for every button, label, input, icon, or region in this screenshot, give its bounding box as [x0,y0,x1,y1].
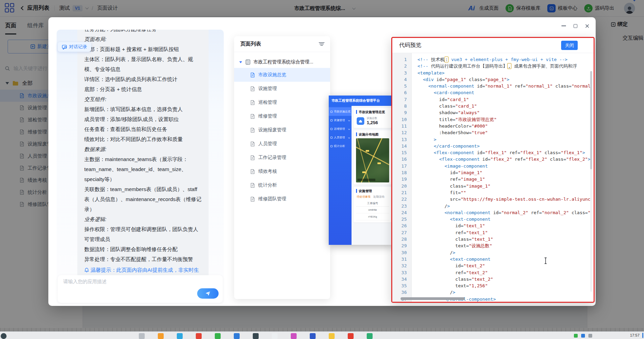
chat-input-card [58,275,223,303]
chat-message-line: 数据来源: [84,144,202,154]
code-line: shadow="always" [417,109,594,116]
page-preview-thumbnail[interactable]: 市政工程管理系统综合管理平台 市政设施总览设施管理运维管理人员管理统计分析 市政… [329,96,394,245]
code-line: headerColor="#000" [417,123,594,129]
code-preview-panel: 代码预览 关闭 12345678910111213141516171819202… [391,37,595,303]
code-line: text="设施总数" [417,242,594,249]
page-tree-item[interactable]: 巡检管理 [234,96,330,109]
preview-sidebar-nav: 市政设施总览设施管理运维管理人员管理统计分析 [329,106,352,245]
taskbar-app-icon[interactable] [215,333,221,339]
code-line: title="市政设施管理总览" [417,116,594,123]
code-line: ref="text_1" [417,229,594,236]
ai-generation-dialog: 对话记录 任务分配：为团队分配维修任务页面布局:头部：页面标题 + 搜索框 + … [48,17,596,306]
app-description-input[interactable] [63,279,194,299]
chat-message-line: 主体区：团队列表，显示团队名称、负责人、规模、专业等信息 [84,54,202,74]
code-line: <text-component [417,216,594,222]
page-tree-item[interactable]: 人员管理 [234,137,330,151]
taskbar-app-icon[interactable] [177,333,183,339]
chat-message-line: 主数据：maintenance_teams表（展示字段：team_name、te… [84,154,202,184]
chat-message-line: 交互组件: [84,94,202,104]
code-line: <div id="page_1" class="page_1"> [417,76,594,83]
nav-icon [330,111,333,113]
page-icon [250,128,255,133]
line-number-gutter: 1234567891011121314151617181920212223242… [392,53,412,302]
maximize-icon[interactable] [573,23,578,28]
preview-nav-item[interactable]: 人员管理 [329,133,352,142]
page-tree-item[interactable]: 绩效考核 [234,164,330,178]
taskbar-app-icon[interactable] [139,333,145,339]
code-line: <text-component [417,256,594,262]
code-line: ref="image_1" [417,176,594,182]
page-tree-root-label: 市政工程管理系统综合管理... [253,59,313,65]
chat-message-line: 数据流转：团队调整会影响维修任务分配 [84,244,202,254]
preview-nav-item[interactable]: 统计分析 [329,142,352,150]
page-tree-item[interactable]: 设施报废管理 [234,123,330,137]
chat-message-line: 绩效对比：对比不同团队的工作效率和质量 [84,134,202,144]
nav-icon [330,128,333,130]
send-button[interactable] [197,288,219,299]
code-line: > [417,136,594,143]
nav-icon [330,145,333,147]
chat-message-line: 详情区：选中团队的成员列表和工作统计 [84,74,202,84]
chevron-down-icon [348,128,350,130]
preview-col-header: 工单编号 [356,200,389,207]
page-tree-item[interactable]: 设施管理 [234,82,330,96]
page-tree-root[interactable]: 市政工程管理系统综合管理... [234,56,330,68]
show-desktop-button[interactable] [642,333,643,338]
bell-icon [84,268,89,272]
tray-icon[interactable] [581,334,585,338]
page-tree-item[interactable]: 统计分析 [234,178,330,192]
code-line: <image-component [417,163,594,169]
page-icon [250,197,255,202]
preview-tab-pending[interactable]: 待处理事项 [357,195,371,199]
code-line: class="image_1" [417,183,594,189]
chat-message-line: 异常处理：专业不匹配提醒，工作量不均衡预警 [84,254,202,264]
code-line: ref="text_2" [417,269,594,276]
preview-map-title: 设施分布地图 [356,132,389,136]
code-line: :headerShow="true" [417,129,594,136]
preview-manage-title: 设施管理 [356,189,389,193]
preview-nav-item[interactable]: 市政设施总览 [329,107,352,116]
taskbar-app-icon[interactable] [291,333,297,339]
close-code-preview-button[interactable]: 关闭 [561,41,578,50]
code-line: <normal-component id="normal_1" ref="nor… [417,83,594,89]
code-vertical-scrollbar[interactable] [590,71,592,292]
chat-history-badge[interactable]: 对话记录 [58,42,91,52]
minimize-icon[interactable] [561,23,566,28]
close-icon[interactable] [585,23,589,28]
preview-app-header: 市政工程管理系统综合管理平台 [329,96,394,106]
taskbar-app-icon[interactable] [348,333,354,339]
code-line: /> [417,203,594,209]
taskbar-app-icon[interactable] [196,333,202,339]
code-line: <flex-component id="flex_1" ref="flex_1"… [417,149,594,156]
preview-nav-item[interactable]: 运维管理 [329,124,352,133]
code-line: <flex-component id="flex_2" ref="flex_2"… [417,156,594,162]
taskbar-app-icon[interactable] [272,333,278,339]
preview-nav-item[interactable]: 设施管理 [329,116,352,124]
tray-icon[interactable] [588,334,592,338]
taskbar-app-icon[interactable] [234,333,240,339]
chat-message-line: 任务查看：查看团队当前和历史任务 [84,124,202,134]
preview-tab-recent[interactable]: 近期活动 [373,195,384,199]
code-line: </card-component> [417,143,594,149]
page-tree-item[interactable]: 工作记录管理 [234,151,330,164]
code-horizontal-scrollbar[interactable] [401,297,465,300]
filter-sliders-icon[interactable] [319,41,325,47]
chat-message-line: 头部：页面标题 + 搜索框 + 新增团队按钮 [84,44,202,54]
taskbar-app-icon[interactable] [253,333,259,339]
taskbar-app-icon[interactable] [310,333,316,339]
taskbar-app-icon[interactable] [329,333,335,339]
page-tree-item[interactable]: 维修团队管理 [234,192,330,206]
page-icon [250,141,255,147]
page-list-panel: 页面列表 市政工程管理系统综合管理... 市政设施总览设施管理巡检管理维修管理设… [234,36,330,299]
taskbar-app-icon[interactable] [367,333,373,339]
taskbar-start-icon[interactable] [1,333,7,339]
page-tree-item[interactable]: 市政设施总览 [234,68,330,82]
page-tree-item[interactable]: 维修管理 [234,109,330,123]
chat-record-icon [62,44,67,50]
page-icon [250,183,255,188]
chat-scroll-area[interactable]: 任务分配：为团队分配维修任务页面布局:头部：页面标题 + 搜索框 + 新增团队按… [57,30,224,276]
code-editor-content[interactable]: <!-- 技术栈: vue3 + element-plus + fmy-web-… [412,53,594,302]
taskbar-app-icon[interactable] [158,333,164,339]
chat-history-label: 对话记录 [69,44,87,50]
tray-icon[interactable] [574,334,578,338]
